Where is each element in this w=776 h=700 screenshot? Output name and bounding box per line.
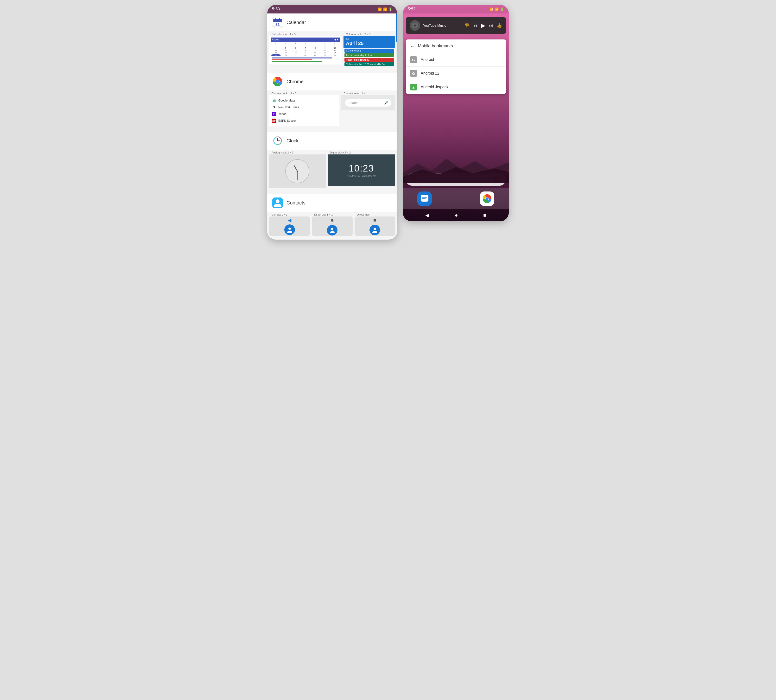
music-controls[interactable]: 👎 ⏮ ▶ ⏭ 👍 (464, 22, 502, 29)
scroll-indicator (396, 13, 397, 42)
app-dock (403, 188, 509, 209)
direct-message-widget[interactable]: Direct mes ■ (355, 212, 395, 236)
bookmarks-title: Mobile bookmarks (418, 43, 453, 48)
direct-dial-content[interactable]: ● (312, 217, 352, 236)
bookmark-yahoo[interactable]: Y! Yahoo (271, 111, 338, 117)
svg-text:Y!: Y! (273, 113, 276, 116)
contacts-section: Contacts Contact 1 × 1 ◀ (267, 194, 397, 238)
bookmarks-dropdown[interactable]: ← Mobile bookmarks G Android G Android 1… (406, 40, 506, 94)
signal-icon: 📶 (383, 7, 387, 11)
bookmark-espn[interactable]: ESPN ESPN Soccer (271, 117, 338, 124)
calendar-section: 31 Calendar Calendar mo... 4 × 5 August (267, 13, 397, 69)
recents-nav-icon[interactable]: ■ (483, 212, 486, 218)
direct-message-label: Direct mes (355, 212, 395, 217)
battery-icon: 🔋 (388, 7, 392, 11)
bookmark-android[interactable]: G Android (406, 53, 506, 67)
play-icon[interactable]: ▶ (481, 22, 485, 29)
chrome-bookmarks-widget[interactable]: Chrome book... 3 × 3 🗺️ Google Maps 𝕿 Ne… (269, 90, 340, 126)
schedule-event-3: Coffee with Eric 10:00 am at Milk Bar (345, 62, 394, 67)
schedule-event-0: ↓ Gina visiting (345, 48, 394, 53)
nyt-icon: 𝕿 (272, 105, 276, 110)
calendar-month-content[interactable]: August ◀ ▶ SMTWTFS 123 45678910 11121314… (269, 36, 341, 65)
analog-clock-widget[interactable]: Analog clock 2 × 2 (269, 150, 326, 188)
clock-app-name: Clock (286, 138, 298, 143)
message-square-icon: ■ (373, 217, 376, 223)
signal-icon-right: 📶 (495, 7, 499, 11)
svg-point-24 (414, 25, 416, 27)
direct-dial-widget[interactable]: Direct dial 1 × 1 ● (312, 212, 352, 236)
prev-icon[interactable]: ⏮ (473, 23, 478, 28)
minute-hand (297, 171, 298, 180)
chrome-bookmarks-content[interactable]: 🗺️ Google Maps 𝕿 New York Times Y! Yahoo (269, 95, 340, 126)
contact-widget[interactable]: Contact 1 × 1 ◀ (269, 212, 310, 236)
search-box[interactable]: Search 🎤 (345, 99, 391, 107)
svg-point-34 (486, 197, 488, 200)
android12-label: Android 12 (421, 71, 439, 75)
chrome-dock-icon[interactable] (480, 192, 494, 206)
chrome-search-widget[interactable]: Chrome sear... 4 × 1 Search 🎤 (341, 90, 395, 126)
direct-message-content[interactable]: ■ (355, 217, 395, 236)
contacts-icon (272, 197, 283, 208)
svg-rect-4 (275, 18, 276, 20)
bookmark-android12[interactable]: G Android 12 (406, 67, 506, 80)
maps-icon: 🗺️ (272, 98, 276, 103)
svg-rect-25 (497, 178, 498, 180)
digital-clock-label: Digital clock 3 × 2 (328, 150, 395, 155)
status-bar-right: 5:52 📶 📶 🔋 (403, 5, 509, 13)
music-player[interactable]: YouTube Music 👎 ⏮ ▶ ⏭ 👍 (406, 17, 506, 34)
svg-point-21 (331, 228, 333, 230)
contact-widget-content[interactable]: ◀ (269, 217, 310, 236)
back-nav-icon[interactable]: ◀ (425, 212, 430, 218)
google-mic-icon[interactable] (494, 176, 501, 183)
svg-text:31: 31 (275, 23, 280, 27)
clock-section: Clock Analog clock 2 × 2 (267, 132, 397, 190)
phone-spacer (403, 96, 509, 171)
message-avatar (370, 225, 380, 235)
chrome-search-content[interactable]: Search 🎤 (341, 95, 395, 110)
cal-month-header: August ◀ ▶ (271, 38, 340, 42)
back-arrow-icon[interactable]: ← (410, 43, 415, 49)
search-placeholder: Search (348, 101, 358, 105)
calendar-month-widget[interactable]: Calendar mo... 4 × 5 August ◀ ▶ SMTWTFS … (269, 31, 341, 67)
contacts-header: Contacts (267, 194, 397, 212)
thumbup-icon[interactable]: 👍 (497, 23, 502, 28)
svg-rect-28 (421, 195, 428, 202)
right-phone: 5:52 📶 📶 🔋 YouTube Music 👎 ⏮ ▶ ⏭ 👍 ← Mob… (403, 5, 509, 221)
bookmark-maps[interactable]: 🗺️ Google Maps (271, 97, 338, 104)
thumbdown-icon[interactable]: 👎 (464, 23, 469, 28)
google-g-logo (410, 176, 417, 183)
contacts-app-name: Contacts (286, 200, 305, 206)
calendar-month-label: Calendar mo... 4 × 5 (269, 31, 341, 36)
digital-clock-content[interactable]: 10:23 THU, MAR 17 | WED, 8:43 AM (328, 155, 395, 186)
contact-avatar (284, 225, 295, 235)
clock-face (285, 159, 309, 183)
navigation-bar: ◀ ● ■ (403, 209, 509, 221)
contacts-widgets-row: Contact 1 × 1 ◀ Direct dial 1 × 1 (267, 212, 397, 238)
battery-icon-right: 🔋 (500, 7, 504, 11)
schedule-event-1: Alex in town (day 4 of 5) (345, 53, 394, 57)
bookmark-jetpack[interactable]: ▲ Android Jetpack (406, 80, 506, 94)
calendar-header: 31 Calendar (267, 13, 397, 31)
scroll-content[interactable]: 31 Calendar Calendar mo... 4 × 5 August (267, 13, 397, 240)
next-icon[interactable]: ⏭ (488, 23, 493, 28)
contact-back-icon: ◀ (288, 217, 291, 223)
calendar-schedule-label: Calendar sch... 2 × 3 (343, 31, 395, 36)
sep-3 (267, 192, 397, 194)
digital-clock-widget[interactable]: Digital clock 3 × 2 10:23 THU, MAR 17 | … (328, 150, 395, 188)
analog-clock-content[interactable] (269, 155, 326, 188)
chrome-app-name: Chrome (286, 79, 303, 85)
schedule-event-2: Peter Fox's Birthday (345, 58, 394, 62)
svg-point-17 (277, 140, 278, 141)
android12-icon: G (410, 70, 417, 77)
clock-icon (272, 135, 283, 146)
google-search-bar[interactable] (406, 173, 506, 186)
maps-label: Google Maps (278, 99, 295, 102)
bookmark-nyt[interactable]: 𝕿 New York Times (271, 104, 338, 111)
home-nav-icon[interactable]: ● (455, 212, 458, 218)
cal-grid: SMTWTFS 123 45678910 11121314151617 1819… (271, 42, 340, 57)
calendar-schedule-widget[interactable]: Calendar sch... 2 × 3 Fri April 25 ↓ Gin… (343, 31, 395, 67)
svg-point-20 (288, 228, 291, 230)
messages-dock-icon[interactable] (417, 192, 432, 206)
calendar-schedule-content[interactable]: Fri April 25 ↓ Gina visiting Alex in tow… (343, 36, 395, 67)
chrome-widgets-row: Chrome book... 3 × 3 🗺️ Google Maps 𝕿 Ne… (267, 90, 397, 128)
